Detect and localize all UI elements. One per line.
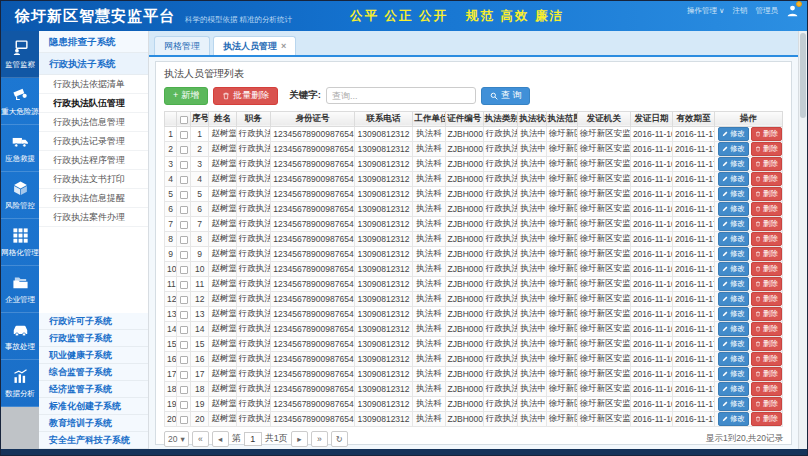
menu-item[interactable]: 标准化创建子系统: [39, 398, 148, 415]
delete-button[interactable]: 删除: [751, 247, 782, 261]
last-page-button[interactable]: »: [311, 431, 328, 447]
menu-item[interactable]: 职业健康子系统: [39, 347, 148, 364]
menu-item[interactable]: 行政执法文书打印: [39, 170, 148, 189]
module-item-cube[interactable]: 风险管控: [1, 172, 39, 219]
module-item-cctv-camera[interactable]: 重大危险源: [1, 78, 39, 125]
refresh-button[interactable]: ↻: [331, 431, 348, 447]
row-checkbox[interactable]: [180, 416, 188, 424]
keyword-input[interactable]: [326, 87, 476, 104]
delete-button[interactable]: 删除: [751, 352, 782, 366]
delete-button[interactable]: 删除: [751, 127, 782, 141]
tab-close-icon[interactable]: ×: [281, 41, 286, 51]
module-item-monitor-person[interactable]: 监管监察: [1, 31, 39, 78]
first-page-button[interactable]: «: [192, 431, 209, 447]
edit-button[interactable]: 修改: [718, 367, 749, 381]
edit-button[interactable]: 修改: [718, 382, 749, 396]
tab-inactive[interactable]: 网格管理: [154, 36, 210, 55]
delete-button[interactable]: 删除: [751, 322, 782, 336]
module-item-car[interactable]: 事故处理: [1, 313, 39, 360]
scrollbar-thumb[interactable]: [800, 33, 806, 118]
edit-button[interactable]: 修改: [718, 322, 749, 336]
row-checkbox[interactable]: [180, 296, 188, 304]
edit-button[interactable]: 修改: [718, 337, 749, 351]
edit-button[interactable]: 修改: [718, 157, 749, 171]
row-checkbox[interactable]: [180, 146, 188, 154]
delete-button[interactable]: 删除: [751, 337, 782, 351]
row-checkbox[interactable]: [180, 206, 188, 214]
menu-item[interactable]: 行政执法程序管理: [39, 151, 148, 170]
edit-button[interactable]: 修改: [718, 277, 749, 291]
edit-button[interactable]: 修改: [718, 352, 749, 366]
search-button[interactable]: 查 询: [481, 87, 531, 105]
edit-button[interactable]: 修改: [718, 397, 749, 411]
row-checkbox[interactable]: [180, 371, 188, 379]
edit-button[interactable]: 修改: [718, 217, 749, 231]
delete-button[interactable]: 删除: [751, 382, 782, 396]
add-button[interactable]: + 新增: [164, 87, 208, 105]
menu-item[interactable]: 行政执法子系统: [39, 53, 148, 75]
menu-item[interactable]: 行政执法队伍管理: [39, 94, 148, 113]
edit-button[interactable]: 修改: [718, 232, 749, 246]
batch-delete-button[interactable]: 批量删除: [213, 87, 278, 105]
delete-button[interactable]: 删除: [751, 412, 782, 426]
row-checkbox[interactable]: [180, 236, 188, 244]
module-item-rescue-truck[interactable]: 应急救援: [1, 125, 39, 172]
menu-item[interactable]: 行政执法记录管理: [39, 132, 148, 151]
menu-item[interactable]: 行政执法信息提醒: [39, 189, 148, 208]
menu-item[interactable]: 行政执法信息管理: [39, 113, 148, 132]
page-size-select[interactable]: 20 ▾: [164, 431, 189, 447]
edit-button[interactable]: 修改: [718, 307, 749, 321]
menu-item[interactable]: 隐患排查子系统: [39, 31, 148, 53]
select-all-checkbox[interactable]: [180, 116, 188, 124]
edit-button[interactable]: 修改: [718, 412, 749, 426]
delete-button[interactable]: 删除: [751, 202, 782, 216]
row-checkbox[interactable]: [180, 176, 188, 184]
row-checkbox[interactable]: [180, 281, 188, 289]
next-page-button[interactable]: ▸: [291, 431, 308, 447]
row-checkbox[interactable]: [180, 266, 188, 274]
row-checkbox[interactable]: [180, 401, 188, 409]
edit-button[interactable]: 修改: [718, 172, 749, 186]
menu-item[interactable]: 行政监管子系统: [39, 330, 148, 347]
edit-button[interactable]: 修改: [718, 262, 749, 276]
module-item-bar-chart[interactable]: 数据分析: [1, 360, 39, 407]
edit-button[interactable]: 修改: [718, 127, 749, 141]
row-checkbox[interactable]: [180, 251, 188, 259]
edit-button[interactable]: 修改: [718, 247, 749, 261]
delete-button[interactable]: 删除: [751, 277, 782, 291]
row-checkbox[interactable]: [180, 356, 188, 364]
edit-button[interactable]: 修改: [718, 292, 749, 306]
delete-button[interactable]: 删除: [751, 367, 782, 381]
row-checkbox[interactable]: [180, 221, 188, 229]
row-checkbox[interactable]: [180, 161, 188, 169]
delete-button[interactable]: 删除: [751, 292, 782, 306]
edit-button[interactable]: 修改: [718, 142, 749, 156]
delete-button[interactable]: 删除: [751, 397, 782, 411]
menu-item[interactable]: 经济监管子系统: [39, 381, 148, 398]
module-item-folder[interactable]: 企业管理: [1, 266, 39, 313]
menu-item[interactable]: 教育培训子系统: [39, 415, 148, 432]
delete-button[interactable]: 删除: [751, 262, 782, 276]
row-checkbox[interactable]: [180, 131, 188, 139]
menu-item[interactable]: 综合监管子系统: [39, 364, 148, 381]
delete-button[interactable]: 删除: [751, 232, 782, 246]
user-icon[interactable]: [786, 4, 799, 17]
delete-button[interactable]: 删除: [751, 307, 782, 321]
tab-active[interactable]: 执法人员管理×: [213, 36, 296, 55]
page-number-input[interactable]: [244, 432, 262, 446]
menu-item[interactable]: 行政执法依据清单: [39, 75, 148, 94]
delete-button[interactable]: 删除: [751, 172, 782, 186]
module-item-grid[interactable]: 网格化管理: [1, 219, 39, 266]
delete-button[interactable]: 删除: [751, 142, 782, 156]
row-checkbox[interactable]: [180, 341, 188, 349]
delete-button[interactable]: 删除: [751, 217, 782, 231]
row-checkbox[interactable]: [180, 311, 188, 319]
delete-button[interactable]: 删除: [751, 187, 782, 201]
menu-item[interactable]: 安全生产科技子系统: [39, 432, 148, 449]
row-checkbox[interactable]: [180, 326, 188, 334]
menu-item[interactable]: 行政许可子系统: [39, 313, 148, 330]
delete-button[interactable]: 删除: [751, 157, 782, 171]
ops-menu-link[interactable]: 操作管理 ∨: [687, 6, 725, 16]
prev-page-button[interactable]: ◂: [212, 431, 229, 447]
row-checkbox[interactable]: [180, 191, 188, 199]
